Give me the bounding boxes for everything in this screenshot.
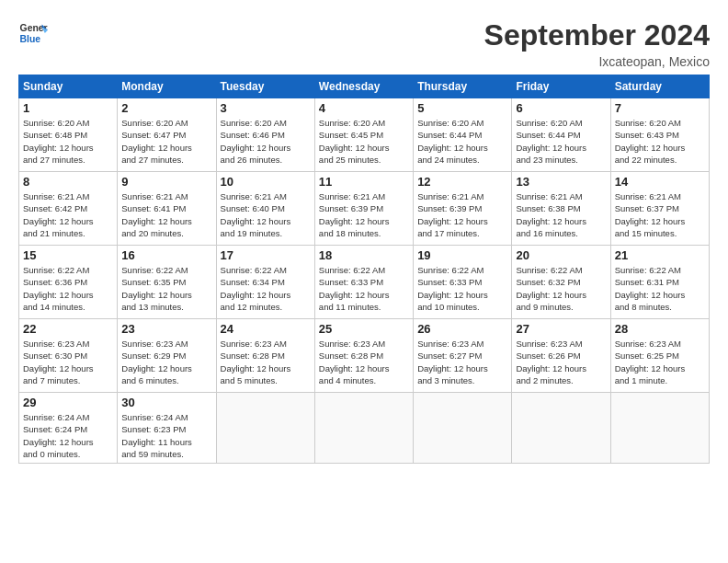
table-row: 17Sunrise: 6:22 AM Sunset: 6:34 PM Dayli… bbox=[216, 246, 314, 319]
table-row: 1Sunrise: 6:20 AM Sunset: 6:48 PM Daylig… bbox=[19, 98, 118, 172]
table-row: 21Sunrise: 6:22 AM Sunset: 6:31 PM Dayli… bbox=[610, 246, 709, 319]
day-detail: Sunrise: 6:23 AM Sunset: 6:30 PM Dayligh… bbox=[23, 338, 113, 386]
day-number: 2 bbox=[121, 101, 211, 115]
day-number: 14 bbox=[615, 175, 705, 189]
page: General Blue September 2024 Ixcateopan, … bbox=[0, 0, 728, 473]
calendar-header-row: Sunday Monday Tuesday Wednesday Thursday… bbox=[19, 75, 710, 98]
day-number: 6 bbox=[516, 101, 606, 115]
day-detail: Sunrise: 6:21 AM Sunset: 6:39 PM Dayligh… bbox=[319, 190, 409, 239]
day-detail: Sunrise: 6:20 AM Sunset: 6:44 PM Dayligh… bbox=[516, 117, 606, 166]
day-detail: Sunrise: 6:23 AM Sunset: 6:28 PM Dayligh… bbox=[319, 338, 409, 386]
day-detail: Sunrise: 6:23 AM Sunset: 6:28 PM Dayligh… bbox=[221, 338, 311, 386]
day-number: 4 bbox=[319, 101, 409, 115]
table-row: 6Sunrise: 6:20 AM Sunset: 6:44 PM Daylig… bbox=[512, 98, 610, 172]
table-row: 14Sunrise: 6:21 AM Sunset: 6:37 PM Dayli… bbox=[610, 172, 709, 246]
day-number: 13 bbox=[516, 175, 606, 189]
day-detail: Sunrise: 6:20 AM Sunset: 6:44 PM Dayligh… bbox=[417, 117, 507, 166]
day-detail: Sunrise: 6:22 AM Sunset: 6:33 PM Dayligh… bbox=[319, 264, 409, 313]
day-number: 24 bbox=[221, 322, 311, 336]
table-row: 12Sunrise: 6:21 AM Sunset: 6:39 PM Dayli… bbox=[414, 172, 512, 246]
day-number: 22 bbox=[23, 322, 113, 336]
day-detail: Sunrise: 6:20 AM Sunset: 6:43 PM Dayligh… bbox=[615, 117, 705, 166]
day-detail: Sunrise: 6:22 AM Sunset: 6:33 PM Dayligh… bbox=[417, 264, 507, 313]
table-row: 7Sunrise: 6:20 AM Sunset: 6:43 PM Daylig… bbox=[610, 98, 709, 172]
day-number: 21 bbox=[615, 248, 705, 262]
table-row: 20Sunrise: 6:22 AM Sunset: 6:32 PM Dayli… bbox=[512, 246, 610, 319]
day-number: 23 bbox=[121, 322, 211, 336]
table-row: 26Sunrise: 6:23 AM Sunset: 6:27 PM Dayli… bbox=[414, 319, 512, 393]
table-row: 22Sunrise: 6:23 AM Sunset: 6:30 PM Dayli… bbox=[19, 319, 118, 393]
col-thursday: Thursday bbox=[414, 75, 512, 98]
table-row bbox=[314, 393, 413, 464]
day-detail: Sunrise: 6:20 AM Sunset: 6:47 PM Dayligh… bbox=[121, 117, 211, 166]
day-number: 19 bbox=[417, 248, 507, 262]
day-detail: Sunrise: 6:24 AM Sunset: 6:24 PM Dayligh… bbox=[23, 411, 113, 460]
day-detail: Sunrise: 6:23 AM Sunset: 6:26 PM Dayligh… bbox=[516, 338, 606, 386]
table-row: 18Sunrise: 6:22 AM Sunset: 6:33 PM Dayli… bbox=[314, 246, 413, 319]
day-number: 9 bbox=[121, 175, 211, 189]
table-row: 24Sunrise: 6:23 AM Sunset: 6:28 PM Dayli… bbox=[216, 319, 314, 393]
day-detail: Sunrise: 6:22 AM Sunset: 6:35 PM Dayligh… bbox=[121, 264, 211, 313]
logo-icon: General Blue bbox=[18, 18, 48, 48]
col-friday: Friday bbox=[512, 75, 610, 98]
table-row bbox=[414, 393, 512, 464]
table-row: 28Sunrise: 6:23 AM Sunset: 6:25 PM Dayli… bbox=[610, 319, 709, 393]
day-number: 17 bbox=[221, 248, 311, 262]
day-number: 7 bbox=[615, 101, 705, 115]
col-wednesday: Wednesday bbox=[314, 75, 413, 98]
day-number: 15 bbox=[23, 248, 113, 262]
day-number: 18 bbox=[319, 248, 409, 262]
day-detail: Sunrise: 6:21 AM Sunset: 6:40 PM Dayligh… bbox=[221, 190, 311, 239]
day-detail: Sunrise: 6:23 AM Sunset: 6:29 PM Dayligh… bbox=[121, 338, 211, 386]
table-row: 27Sunrise: 6:23 AM Sunset: 6:26 PM Dayli… bbox=[512, 319, 610, 393]
col-saturday: Saturday bbox=[610, 75, 709, 98]
day-detail: Sunrise: 6:20 AM Sunset: 6:45 PM Dayligh… bbox=[319, 117, 409, 166]
table-row: 8Sunrise: 6:21 AM Sunset: 6:42 PM Daylig… bbox=[19, 172, 118, 246]
day-number: 16 bbox=[121, 248, 211, 262]
day-number: 25 bbox=[319, 322, 409, 336]
day-number: 28 bbox=[615, 322, 705, 336]
day-detail: Sunrise: 6:22 AM Sunset: 6:32 PM Dayligh… bbox=[516, 264, 606, 313]
day-number: 20 bbox=[516, 248, 606, 262]
table-row: 15Sunrise: 6:22 AM Sunset: 6:36 PM Dayli… bbox=[19, 246, 118, 319]
table-row: 29Sunrise: 6:24 AM Sunset: 6:24 PM Dayli… bbox=[19, 393, 118, 464]
logo: General Blue bbox=[18, 18, 48, 48]
location: Ixcateopan, Mexico bbox=[484, 54, 710, 69]
day-number: 11 bbox=[319, 175, 409, 189]
table-row: 13Sunrise: 6:21 AM Sunset: 6:38 PM Dayli… bbox=[512, 172, 610, 246]
day-detail: Sunrise: 6:20 AM Sunset: 6:46 PM Dayligh… bbox=[221, 117, 311, 166]
day-detail: Sunrise: 6:21 AM Sunset: 6:41 PM Dayligh… bbox=[121, 190, 211, 239]
table-row bbox=[610, 393, 709, 464]
table-row: 4Sunrise: 6:20 AM Sunset: 6:45 PM Daylig… bbox=[314, 98, 413, 172]
calendar-table: Sunday Monday Tuesday Wednesday Thursday… bbox=[18, 75, 710, 464]
day-number: 8 bbox=[23, 175, 113, 189]
day-number: 5 bbox=[417, 101, 507, 115]
day-number: 29 bbox=[23, 396, 113, 409]
title-block: September 2024 Ixcateopan, Mexico bbox=[484, 18, 710, 69]
table-row: 30Sunrise: 6:24 AM Sunset: 6:23 PM Dayli… bbox=[118, 393, 216, 464]
col-tuesday: Tuesday bbox=[216, 75, 314, 98]
day-detail: Sunrise: 6:23 AM Sunset: 6:25 PM Dayligh… bbox=[615, 338, 705, 386]
table-row: 9Sunrise: 6:21 AM Sunset: 6:41 PM Daylig… bbox=[118, 172, 216, 246]
day-number: 30 bbox=[121, 396, 211, 409]
table-row: 19Sunrise: 6:22 AM Sunset: 6:33 PM Dayli… bbox=[414, 246, 512, 319]
day-detail: Sunrise: 6:22 AM Sunset: 6:36 PM Dayligh… bbox=[23, 264, 113, 313]
table-row: 23Sunrise: 6:23 AM Sunset: 6:29 PM Dayli… bbox=[118, 319, 216, 393]
table-row bbox=[512, 393, 610, 464]
header: General Blue September 2024 Ixcateopan, … bbox=[18, 18, 710, 69]
col-sunday: Sunday bbox=[19, 75, 118, 98]
day-detail: Sunrise: 6:21 AM Sunset: 6:42 PM Dayligh… bbox=[23, 190, 113, 239]
col-monday: Monday bbox=[118, 75, 216, 98]
day-detail: Sunrise: 6:21 AM Sunset: 6:39 PM Dayligh… bbox=[417, 190, 507, 239]
svg-text:Blue: Blue bbox=[20, 34, 41, 44]
month-title: September 2024 bbox=[484, 18, 710, 52]
table-row: 10Sunrise: 6:21 AM Sunset: 6:40 PM Dayli… bbox=[216, 172, 314, 246]
table-row: 25Sunrise: 6:23 AM Sunset: 6:28 PM Dayli… bbox=[314, 319, 413, 393]
table-row: 2Sunrise: 6:20 AM Sunset: 6:47 PM Daylig… bbox=[118, 98, 216, 172]
day-detail: Sunrise: 6:23 AM Sunset: 6:27 PM Dayligh… bbox=[417, 338, 507, 386]
day-detail: Sunrise: 6:22 AM Sunset: 6:31 PM Dayligh… bbox=[615, 264, 705, 313]
table-row: 3Sunrise: 6:20 AM Sunset: 6:46 PM Daylig… bbox=[216, 98, 314, 172]
day-detail: Sunrise: 6:22 AM Sunset: 6:34 PM Dayligh… bbox=[221, 264, 311, 313]
day-detail: Sunrise: 6:20 AM Sunset: 6:48 PM Dayligh… bbox=[23, 117, 113, 166]
day-number: 26 bbox=[417, 322, 507, 336]
